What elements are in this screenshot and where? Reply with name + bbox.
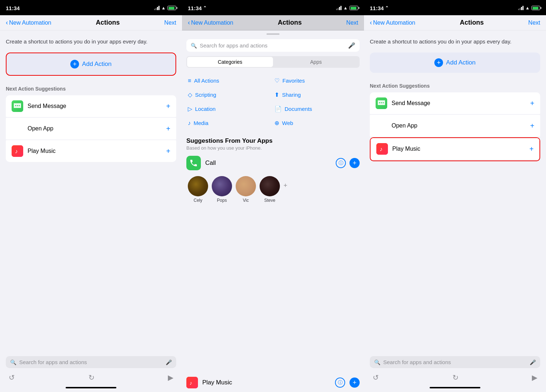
location-icon-2: ⌃ [203,5,207,11]
add-action-button-3[interactable]: + Add Action [370,53,540,73]
back-label-3: New Automation [373,20,415,26]
segment-apps-2[interactable]: Apps [273,57,359,67]
call-actions-2: ⓘ + [336,158,360,168]
suggestion-name-music-3: Play Music [392,146,525,152]
back-button-1[interactable]: ‹ New Automation [6,19,51,26]
suggestion-play-music-1[interactable]: ♪ Play Music + [6,140,176,162]
call-icon-2 [186,156,201,170]
category-label-web-2: Web [282,120,293,126]
contact-name-cely-2: Cely [194,198,202,203]
category-sharing-2[interactable]: ⬆ Sharing [273,88,360,102]
contacts-row-2: Cely Pops Vic Steve + [186,176,360,203]
sheet-search-2[interactable]: 🔍 Search for apps and actions 🎤 [186,39,360,52]
suggestion-send-message-1[interactable]: Send Message + [6,95,176,117]
suggestions-3: Next Action Suggestions Send Message + O… [370,83,540,161]
toolbar-3: ↺ ↻ ▶ [370,372,540,385]
call-info-btn-2[interactable]: ⓘ [336,158,346,168]
search-bar-1[interactable]: 🔍 Search for apps and actions 🎤 [6,356,176,368]
screen3: 11:34 ⌃ ▲ ‹ New Automation Actions Next [364,0,546,392]
suggestion-plus-send-3: + [530,99,534,108]
music-icon-1: ♪ [12,145,23,157]
redo-icon-1[interactable]: ↻ [88,373,95,382]
location-cat-icon-2: ▷ [188,105,192,112]
partial-music-icon-2: ♪ [186,377,198,388]
add-action-button-1[interactable]: + Add Action [7,53,175,75]
more-contacts-btn-2[interactable]: + [284,176,288,189]
segment-categories-2[interactable]: Categories [187,57,273,67]
next-button-1[interactable]: Next [164,20,176,26]
main-content-1: Create a shortcut to actions you do in y… [0,30,182,353]
mic-icon-1: 🎤 [166,359,172,365]
media-icon-2: ♪ [188,120,191,126]
next-button-3[interactable]: Next [528,20,540,26]
contact-cely-2[interactable]: Cely [188,176,208,203]
sheet-search-placeholder-2: Search for apps and actions [200,42,345,49]
suggestion-send-message-3[interactable]: Send Message + [370,92,540,114]
sheet-content-2: 🔍 Search for apps and actions 🎤 Categori… [182,30,364,392]
time-3: 11:34 ⌃ [370,5,389,11]
category-all-actions-2[interactable]: ≡ All Actions [186,74,273,88]
search-icon-3: 🔍 [374,359,380,365]
location-icon-3: ⌃ [385,5,389,11]
search-placeholder-3: Search for apps and actions [383,359,527,365]
bottom-bar-3: 🔍 Search for apps and actions 🎤 ↺ ↻ ▶ [364,353,546,392]
category-scripting-2[interactable]: ◇ Scripting [186,88,273,102]
svg-point-9 [379,102,380,103]
category-media-2[interactable]: ♪ Media [186,116,273,130]
suggestions-title-3: Next Action Suggestions [370,83,540,89]
nav-bar-1: ‹ New Automation Actions Next [0,15,182,30]
category-web-2[interactable]: ⊕ Web [273,116,360,130]
messages-icon-3 [376,97,387,109]
back-button-3[interactable]: ‹ New Automation [370,19,415,26]
status-bar-3: 11:34 ⌃ ▲ [364,0,546,15]
next-button-2[interactable]: Next [346,20,358,26]
suggestion-plus-music-1: + [166,147,170,155]
partial-info-btn-2[interactable]: ⓘ [335,378,345,388]
svg-point-3 [19,105,20,106]
contact-steve-2[interactable]: Steve [260,176,280,203]
categories-grid-2: ≡ All Actions ♡ Favorites ◇ Scripting ⬆ … [182,74,364,130]
category-label-media-2: Media [194,120,208,126]
call-add-btn-2[interactable]: + [349,158,360,168]
suggestion-play-music-3[interactable]: ♪ Play Music + [371,138,539,160]
play-icon-1[interactable]: ▶ [168,373,173,382]
contact-pops-2[interactable]: Pops [212,176,232,203]
back-button-2[interactable]: ‹ New Automation [188,19,233,26]
sharing-icon-2: ⬆ [274,91,279,98]
redo-icon-3[interactable]: ↻ [452,373,459,382]
suggestion-open-app-3[interactable]: Open App + [370,115,540,137]
undo-icon-1[interactable]: ↺ [9,373,15,382]
contact-vic-2[interactable]: Vic [236,176,256,203]
svg-point-1 [15,105,16,106]
add-action-label-1: Add Action [82,61,111,68]
category-label-docs-2: Documents [285,106,312,112]
nav-bar-3: ‹ New Automation Actions Next [364,15,546,30]
signal-2 [336,6,342,10]
category-location-2[interactable]: ▷ Location [186,102,273,116]
undo-icon-3[interactable]: ↺ [373,373,379,382]
category-label-script-2: Scripting [195,92,216,98]
play-icon-3[interactable]: ▶ [532,373,537,382]
category-label-share-2: Sharing [282,92,301,98]
nav-title-3: Actions [460,19,484,26]
back-label-1: New Automation [9,20,51,26]
home-indicator-1 [66,387,116,388]
category-documents-2[interactable]: 📄 Documents [273,102,360,116]
suggestion-name-music-1: Play Music [28,148,162,154]
contact-name-pops-2: Pops [217,198,227,203]
documents-icon-2: 📄 [274,105,282,112]
suggestions-1: Next Action Suggestions Send Message + O… [6,86,176,162]
category-favorites-2[interactable]: ♡ Favorites [273,74,360,88]
status-icons-1: ▲ [154,5,176,11]
wifi-icon-1: ▲ [161,5,166,11]
suggestion-open-app-1[interactable]: Open App + [6,118,176,139]
messages-icon-1 [12,100,23,112]
sheet-search-icon-2: 🔍 [191,43,197,49]
svg-text:♪: ♪ [15,148,18,154]
partial-add-btn-2[interactable]: + [349,378,360,388]
favorites-icon-2: ♡ [274,77,280,84]
svg-point-10 [381,102,382,103]
search-bar-3[interactable]: 🔍 Search for apps and actions 🎤 [370,356,540,368]
suggestions-from-title-2: Suggestions From Your Apps [186,137,360,145]
status-icons-2: ▲ [336,5,358,11]
